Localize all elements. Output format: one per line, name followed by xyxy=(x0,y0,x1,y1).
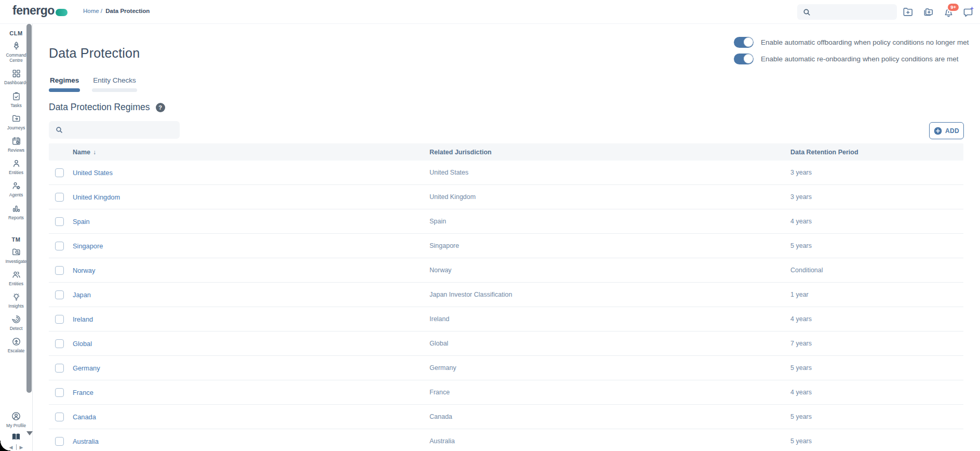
checkbox-cell xyxy=(49,388,73,397)
tab-label: Regimes xyxy=(49,76,80,84)
sidebar-item-label: Agents xyxy=(9,192,23,197)
table-row: Australia Australia 5 years xyxy=(49,429,963,451)
collapse-right-arrow[interactable]: ▶ xyxy=(20,445,23,450)
jurisdiction-cell: Australia xyxy=(429,437,790,445)
regime-name-link[interactable]: Norway xyxy=(73,267,429,274)
collapse-divider xyxy=(16,444,17,450)
sidebar-item-label: Reviews xyxy=(8,148,24,153)
row-checkbox[interactable] xyxy=(55,339,64,348)
regime-name-link[interactable]: United Kingdom xyxy=(73,193,429,201)
copy-folder-button[interactable] xyxy=(922,6,934,18)
column-header-name[interactable]: Name ↓ xyxy=(73,149,429,156)
lightbulb-icon xyxy=(11,292,21,302)
row-checkbox[interactable] xyxy=(55,217,64,226)
tab-indicator xyxy=(92,88,137,92)
regime-name-link[interactable]: Ireland xyxy=(73,315,429,323)
sidebar-collapse-controls: ◀ ▶ xyxy=(9,444,23,450)
fenergo-logo[interactable]: fenergo xyxy=(12,4,68,18)
table-row: Spain Spain 4 years xyxy=(49,209,963,234)
rocket-icon xyxy=(11,41,21,51)
retention-cell: 3 years xyxy=(790,193,963,201)
regime-name-link[interactable]: Australia xyxy=(73,437,429,445)
row-checkbox[interactable] xyxy=(55,315,64,324)
regime-name-link[interactable]: France xyxy=(73,389,429,396)
row-checkbox[interactable] xyxy=(55,266,64,275)
row-checkbox[interactable] xyxy=(55,437,64,446)
sidebar-section-tm: TM xyxy=(12,236,21,243)
table-row: Norway Norway Conditional xyxy=(49,258,963,283)
checkbox-cell xyxy=(49,168,73,177)
checkbox-cell xyxy=(49,266,73,275)
window-corner xyxy=(0,441,10,451)
add-regime-button[interactable]: ADD xyxy=(929,122,964,139)
breadcrumb-home-link[interactable]: Home / xyxy=(83,8,102,14)
table-row: United Kingdom United Kingdom 3 years xyxy=(49,185,963,209)
scrollbar-down-arrow[interactable] xyxy=(26,431,33,435)
auto-reonboarding-toggle[interactable] xyxy=(734,54,754,64)
jurisdiction-cell: Canada xyxy=(429,413,790,420)
sidebar-item-label: My Profile xyxy=(6,423,26,428)
jurisdiction-cell: Germany xyxy=(429,364,790,372)
column-header-retention[interactable]: Data Retention Period xyxy=(790,149,963,156)
chat-sparkle-icon xyxy=(962,6,975,18)
regime-name-link[interactable]: Singapore xyxy=(73,242,429,250)
help-icon[interactable]: ? xyxy=(156,103,165,112)
sidebar-item-label: Dashboards xyxy=(4,80,28,85)
regime-name-link[interactable]: Global xyxy=(73,340,429,348)
documentation-book-button[interactable] xyxy=(11,433,21,443)
section-header: Data Protection Regimes ? xyxy=(49,102,165,113)
toggle-row-reonboarding: Enable automatic re-onboarding when poli… xyxy=(734,52,969,65)
person-icon xyxy=(11,158,21,168)
circle-up-arrow-icon xyxy=(11,337,21,347)
breadcrumb: Home / Data Protection xyxy=(83,8,150,14)
notifications-button[interactable]: 9+ xyxy=(942,6,955,18)
row-checkbox[interactable] xyxy=(55,364,64,373)
jurisdiction-cell: Ireland xyxy=(429,315,790,323)
global-search[interactable] xyxy=(797,4,897,20)
sidebar-item-my-profile[interactable]: My Profile xyxy=(0,411,32,428)
sidebar-item-label: Escalate xyxy=(8,348,25,353)
checkbox-cell xyxy=(49,193,73,202)
jurisdiction-cell: Global xyxy=(429,340,790,347)
bar-chart-icon xyxy=(11,204,21,214)
sort-desc-icon[interactable]: ↓ xyxy=(93,149,96,156)
regime-name-link[interactable]: Canada xyxy=(73,413,429,421)
row-checkbox[interactable] xyxy=(55,242,64,250)
retention-cell: 7 years xyxy=(790,340,963,347)
column-header-jurisdiction[interactable]: Related Jurisdiction xyxy=(429,149,790,156)
regime-name-link[interactable]: United States xyxy=(73,169,429,177)
global-search-input[interactable] xyxy=(814,8,892,16)
regime-name-link[interactable]: Japan xyxy=(73,291,429,299)
regimes-search[interactable] xyxy=(49,121,180,139)
regimes-table: Name ↓ Related Jurisdiction Data Retenti… xyxy=(49,143,963,451)
regime-name-link[interactable]: Spain xyxy=(73,218,429,226)
tab-entity-checks[interactable]: Entity Checks xyxy=(92,76,137,92)
checkbox-cell xyxy=(49,437,73,446)
profile-avatar-icon xyxy=(11,411,21,421)
checkbox-cell xyxy=(49,217,73,226)
regime-name-link[interactable]: Germany xyxy=(73,364,429,372)
jurisdiction-cell: United States xyxy=(429,169,790,176)
row-checkbox[interactable] xyxy=(55,193,64,202)
sidebar-scrollbar-thumb[interactable] xyxy=(26,24,32,393)
regimes-search-input[interactable] xyxy=(68,126,171,134)
notification-badge: 9+ xyxy=(947,3,960,12)
create-folder-button[interactable] xyxy=(902,6,914,18)
jurisdiction-cell: Norway xyxy=(429,267,790,274)
table-row: Global Global 7 years xyxy=(49,331,963,356)
auto-offboarding-toggle[interactable] xyxy=(734,37,754,48)
checkbox-cell xyxy=(49,413,73,421)
table-row: Germany Germany 5 years xyxy=(49,356,963,380)
jurisdiction-cell: United Kingdom xyxy=(429,193,790,201)
assistant-chat-button[interactable] xyxy=(962,6,975,18)
tab-regimes[interactable]: Regimes xyxy=(49,76,80,92)
row-checkbox[interactable] xyxy=(55,413,64,421)
jurisdiction-cell: Singapore xyxy=(429,242,790,249)
row-checkbox[interactable] xyxy=(55,168,64,177)
row-checkbox[interactable] xyxy=(55,290,64,299)
calendar-clock-icon xyxy=(11,136,21,146)
tab-label: Entity Checks xyxy=(92,76,137,84)
row-checkbox[interactable] xyxy=(55,388,64,397)
checkbox-cell xyxy=(49,339,73,348)
retention-cell: 5 years xyxy=(790,364,963,372)
